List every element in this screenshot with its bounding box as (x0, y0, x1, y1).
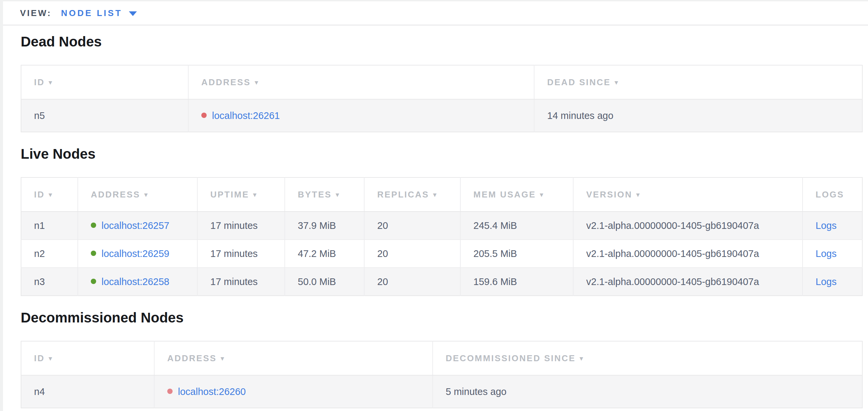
sort-arrow-icon: ▾ (540, 191, 544, 199)
page-edge-left (0, 0, 3, 411)
column-header-label: BYTES (298, 189, 332, 200)
column-header-label: DEAD SINCE (547, 77, 611, 88)
cell-bytes: 50.0 MiB (285, 268, 364, 296)
cell-value: 17 minutes (210, 276, 258, 287)
cell-value: n2 (34, 248, 45, 259)
cell-id: n5 (21, 99, 188, 132)
column-header-version[interactable]: VERSION▾ (573, 177, 803, 211)
logs-link[interactable]: Logs (815, 248, 837, 259)
cell-bytes: 37.9 MiB (285, 211, 364, 240)
view-label: VIEW: (20, 8, 52, 19)
address-link[interactable]: localhost:26258 (101, 276, 169, 287)
column-header-label: ID (34, 189, 45, 200)
sort-arrow-icon: ▾ (255, 79, 259, 86)
address-link[interactable]: localhost:26261 (212, 110, 280, 121)
column-header-replicas[interactable]: REPLICAS▾ (364, 177, 460, 211)
cell-uptime: 17 minutes (197, 268, 285, 296)
table-header-row: ID▾ADDRESS▾DECOMMISSIONED SINCE▾ (21, 341, 862, 375)
live-status-dot-icon (91, 251, 96, 256)
column-header-decommissioned-since[interactable]: DECOMMISSIONED SINCE▾ (433, 341, 862, 375)
chevron-down-icon (129, 11, 137, 16)
cell-address: localhost:26259 (78, 240, 197, 268)
logs-link[interactable]: Logs (815, 220, 837, 231)
cell-value: v2.1-alpha.00000000-1405-gb6190407a (586, 248, 759, 259)
sort-arrow-icon: ▾ (221, 355, 225, 362)
column-header-label: LOGS (815, 189, 844, 200)
column-header-label: ID (34, 353, 45, 363)
node-list-content: Dead NodesID▾ADDRESS▾DEAD SINCE▾n5localh… (0, 25, 868, 408)
column-header-label: ADDRESS (91, 189, 140, 200)
cell-value: 17 minutes (210, 248, 258, 259)
column-header-bytes[interactable]: BYTES▾ (285, 177, 364, 211)
column-header-label: ADDRESS (167, 353, 217, 363)
cell-logs: Logs (803, 268, 862, 296)
sort-arrow-icon: ▾ (49, 79, 53, 86)
view-bar: VIEW: NODE LIST (3, 1, 868, 25)
page-edge-top (0, 0, 868, 1)
dead-nodes-table: ID▾ADDRESS▾DEAD SINCE▾n5localhost:262611… (21, 65, 863, 132)
cell-id: n4 (21, 375, 154, 408)
cell-value: 37.9 MiB (298, 220, 336, 231)
sort-arrow-icon: ▾ (636, 191, 641, 199)
cell-value: 159.6 MiB (473, 276, 517, 287)
live-status-dot-icon (91, 223, 96, 228)
table-row: n3localhost:2625817 minutes50.0 MiB20159… (21, 268, 862, 296)
cell-mem-usage: 245.4 MiB (460, 211, 573, 240)
column-header-id[interactable]: ID▾ (21, 65, 188, 99)
cell-version: v2.1-alpha.00000000-1405-gb6190407a (573, 240, 803, 268)
view-selector-dropdown[interactable]: NODE LIST (61, 8, 137, 19)
table-row: n1localhost:2625717 minutes37.9 MiB20245… (21, 211, 862, 240)
section-title: Decommissioned Nodes (21, 311, 862, 325)
cell-value: 5 minutes ago (446, 386, 506, 397)
cell-id: n1 (21, 211, 78, 240)
column-header-id[interactable]: ID▾ (21, 341, 154, 375)
cell-id: n2 (21, 240, 78, 268)
cell-value: 20 (377, 248, 388, 259)
cell-value: v2.1-alpha.00000000-1405-gb6190407a (586, 276, 759, 287)
cell-address: localhost:26261 (188, 99, 534, 132)
live-nodes-section: Live NodesID▾ADDRESS▾UPTIME▾BYTES▾REPLIC… (21, 147, 862, 296)
cell-id: n3 (21, 268, 78, 296)
decommissioned-nodes-section: Decommissioned NodesID▾ADDRESS▾DECOMMISS… (21, 311, 862, 408)
cell-uptime: 17 minutes (197, 211, 285, 240)
cell-value: n3 (34, 276, 45, 287)
cell-value: 20 (377, 276, 388, 287)
cell-value: 17 minutes (210, 220, 258, 231)
logs-link[interactable]: Logs (815, 276, 837, 287)
dead-nodes-section: Dead NodesID▾ADDRESS▾DEAD SINCE▾n5localh… (21, 35, 862, 132)
address-link[interactable]: localhost:26260 (178, 386, 246, 397)
sort-arrow-icon: ▾ (144, 191, 149, 199)
address-link[interactable]: localhost:26259 (101, 248, 169, 259)
cell-decommissioned-since: 5 minutes ago (433, 375, 862, 408)
cell-version: v2.1-alpha.00000000-1405-gb6190407a (573, 211, 803, 240)
column-header-label: ID (34, 77, 45, 88)
dead-status-dot-icon (201, 113, 207, 118)
table-header-row: ID▾ADDRESS▾UPTIME▾BYTES▾REPLICAS▾MEM USA… (21, 177, 862, 211)
column-header-address[interactable]: ADDRESS▾ (188, 65, 534, 99)
section-title: Dead Nodes (21, 35, 862, 49)
cell-replicas: 20 (364, 268, 460, 296)
column-header-dead-since[interactable]: DEAD SINCE▾ (534, 65, 862, 99)
cell-address: localhost:26260 (154, 375, 433, 408)
column-header-address[interactable]: ADDRESS▾ (154, 341, 433, 375)
column-header-label: UPTIME (210, 189, 249, 200)
column-header-mem-usage[interactable]: MEM USAGE▾ (460, 177, 573, 211)
column-header-label: VERSION (586, 189, 632, 200)
cell-value: n1 (34, 220, 45, 231)
table-header-row: ID▾ADDRESS▾DEAD SINCE▾ (21, 65, 862, 99)
cell-dead-since: 14 minutes ago (534, 99, 862, 132)
decommissioned-nodes-table: ID▾ADDRESS▾DECOMMISSIONED SINCE▾n4localh… (21, 341, 863, 408)
cell-mem-usage: 159.6 MiB (460, 268, 573, 296)
cell-value: 245.4 MiB (473, 220, 517, 231)
column-header-uptime[interactable]: UPTIME▾ (197, 177, 285, 211)
address-link[interactable]: localhost:26257 (101, 220, 169, 231)
column-header-label: ADDRESS (201, 77, 251, 88)
column-header-id[interactable]: ID▾ (21, 177, 78, 211)
column-header-address[interactable]: ADDRESS▾ (78, 177, 197, 211)
cell-address: localhost:26258 (78, 268, 197, 296)
sort-arrow-icon: ▾ (336, 191, 340, 199)
column-header-label: MEM USAGE (473, 189, 536, 200)
sort-arrow-icon: ▾ (49, 355, 53, 362)
cell-value: 50.0 MiB (298, 276, 336, 287)
live-nodes-table: ID▾ADDRESS▾UPTIME▾BYTES▾REPLICAS▾MEM USA… (21, 177, 863, 296)
